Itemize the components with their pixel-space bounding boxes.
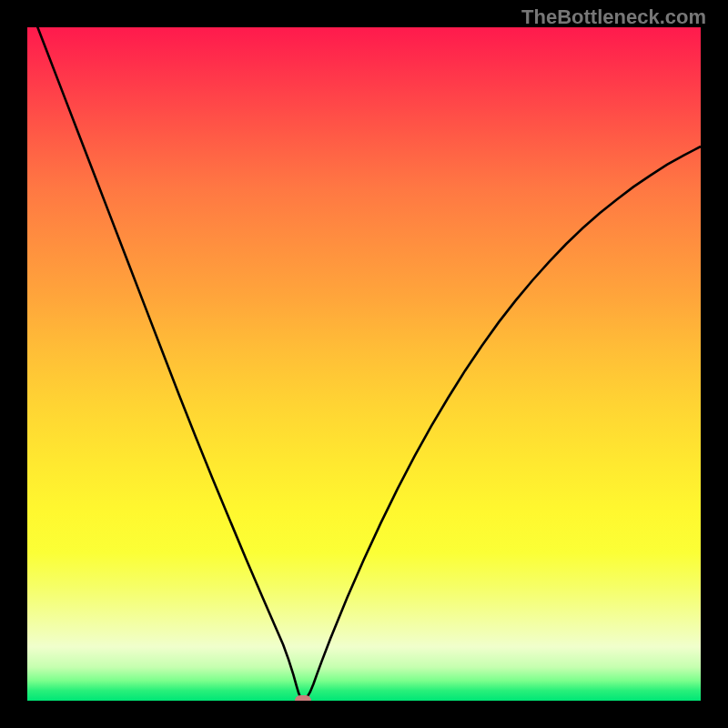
curve-path xyxy=(27,27,701,701)
plot-area xyxy=(27,27,701,701)
optimal-point-marker xyxy=(295,695,311,701)
bottleneck-curve xyxy=(27,27,701,701)
chart-frame: TheBottleneck.com xyxy=(0,0,728,728)
watermark-text: TheBottleneck.com xyxy=(521,5,706,29)
